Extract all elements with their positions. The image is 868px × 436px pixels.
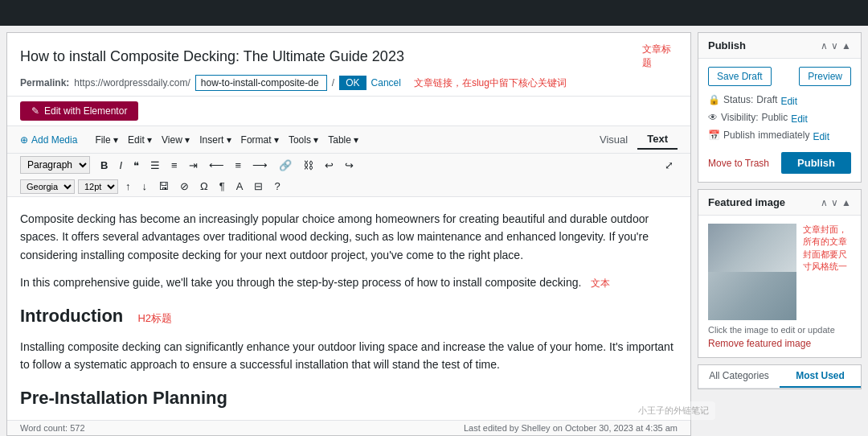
tab-text[interactable]: Text (637, 130, 678, 150)
permalink-row: Permalink: https://wordpressdaily.com/ /… (7, 70, 690, 97)
expand-button[interactable]: ⤢ (661, 158, 678, 173)
status-edit-link[interactable]: Edit (780, 96, 797, 107)
tab-visual[interactable]: Visual (590, 130, 637, 150)
content-p3: Installing composite decking can signifi… (20, 338, 678, 374)
tab-most-used[interactable]: Most Used (780, 365, 861, 388)
editor-tabs: Visual Text (590, 130, 678, 150)
editor-menu-row: ⊕ File ▾ Add Media File ▾ Edit ▾ View ▾ … (20, 133, 370, 147)
font-btn-1[interactable]: ↑ (121, 179, 135, 194)
last-edited: Last edited by Shelley on October 30, 20… (464, 423, 678, 433)
bold-button[interactable]: B (96, 158, 112, 173)
menu-edit[interactable]: Edit ▾ (123, 133, 157, 147)
move-trash-link[interactable]: Move to Trash (708, 158, 769, 169)
indent-button[interactable]: ⇥ (185, 158, 202, 173)
font-family-select[interactable]: Georgia (20, 179, 75, 194)
publish-button[interactable]: Publish (781, 152, 851, 174)
publish-collapse-down[interactable]: ∨ (831, 40, 838, 51)
featured-up[interactable]: ∧ (821, 197, 828, 208)
menu-table[interactable]: Table ▾ (323, 133, 363, 147)
featured-image-container[interactable] (708, 224, 796, 320)
ordered-list-button[interactable]: ≡ (167, 158, 182, 173)
status-icon: 🔒 (708, 94, 720, 105)
status-bar: Word count: 572 Last edited by Shelley o… (7, 420, 690, 435)
publish-panel-title: Publish (708, 39, 746, 51)
permalink-cancel-link[interactable]: Cancel (371, 77, 401, 88)
sidebar: Publish ∧ ∨ ▲ Save Draft Preview 🔒 (691, 26, 868, 436)
featured-image-annotation-wrapper: 文章封面，所有的文章封面都要尺寸风格统一 (708, 224, 851, 320)
heading-introduction: Introduction H2标题 (20, 302, 678, 330)
visibility-edit-link[interactable]: Edit (791, 113, 808, 125)
blockquote-button[interactable]: ❝ (129, 158, 143, 173)
save-draft-button[interactable]: Save Draft (708, 67, 772, 86)
featured-down[interactable]: ∨ (831, 197, 838, 208)
toolbar-top: ⊕ File ▾ Add Media File ▾ Edit ▾ View ▾ … (7, 126, 690, 154)
font-btn-7[interactable]: A (232, 179, 248, 194)
elementor-button[interactable]: ✎ Edit with Elementor (20, 101, 138, 121)
featured-image-panel: Featured image ∧ ∨ ▲ 文章封面，所有的文章封面都要尺寸风格统… (698, 189, 862, 358)
unordered-list-button[interactable]: ☰ (146, 158, 164, 173)
permalink-slug-input[interactable] (195, 75, 327, 91)
featured-image-header: Featured image ∧ ∨ ▲ (698, 190, 861, 216)
preview-button[interactable]: Preview (799, 67, 851, 86)
status-value: Draft (756, 94, 777, 105)
font-size-select[interactable]: 12pt (78, 179, 118, 194)
menu-format[interactable]: Format ▾ (236, 133, 284, 147)
paragraph-format-select[interactable]: Paragraph Heading 1 Heading 2 (20, 156, 90, 174)
content-p2: In this comprehensive guide, we'll take … (20, 274, 678, 291)
menu-file[interactable]: File ▾ (90, 133, 123, 147)
app-window: How to install Composite Decking: The Ul… (0, 0, 868, 436)
font-btn-3[interactable]: 🖫 (154, 179, 173, 194)
admin-top-bar (0, 0, 868, 26)
featured-image-caption: Click the image to edit or update (708, 325, 851, 335)
schedule-value: immediately (758, 130, 809, 141)
visibility-row: 👁 Visibility: Public Edit (708, 112, 851, 126)
tab-all-categories[interactable]: All Categories (698, 365, 780, 388)
editor-area: How to install Composite Decking: The Ul… (6, 32, 691, 436)
toolbar-menu: File ▾ Edit ▾ View ▾ Insert ▾ Format ▾ T… (90, 133, 363, 147)
publish-panel-body: Save Draft Preview 🔒 Status: Draft Edit … (698, 59, 861, 182)
publish-actions: Save Draft Preview (708, 67, 851, 86)
schedule-edit-link[interactable]: Edit (813, 131, 829, 142)
schedule-label: Publish (723, 130, 755, 141)
unlink-button[interactable]: ⛓ (299, 158, 317, 173)
visibility-label: Visibility: (721, 112, 758, 123)
align-left-button[interactable]: ⟵ (205, 158, 228, 173)
font-btn-8[interactable]: ⊟ (250, 179, 267, 194)
font-btn-2[interactable]: ↓ (138, 179, 152, 194)
publish-collapse-up[interactable]: ∧ (821, 40, 828, 51)
format-toolbar-row: Paragraph Heading 1 Heading 2 B I ❝ ☰ ≡ … (7, 154, 690, 176)
image-top-half (708, 224, 796, 272)
publish-close[interactable]: ▲ (841, 40, 851, 51)
add-media-btn[interactable]: ⊕ File ▾ Add Media (20, 134, 77, 146)
align-center-button[interactable]: ≡ (231, 158, 246, 173)
publish-panel-header: Publish ∧ ∨ ▲ (698, 33, 861, 59)
visibility-value: Public (761, 112, 788, 123)
italic-button[interactable]: I (115, 158, 126, 173)
remove-featured-link[interactable]: Remove featured image (708, 338, 851, 349)
font-btn-9[interactable]: ? (270, 179, 284, 194)
redo-button[interactable]: ↪ (341, 158, 358, 173)
main-layout: How to install Composite Decking: The Ul… (0, 26, 868, 436)
font-btn-5[interactable]: Ω (196, 179, 212, 194)
post-title[interactable]: How to install Composite Decking: The Ul… (20, 48, 626, 65)
font-btn-4[interactable]: ⊘ (176, 179, 193, 194)
menu-tools[interactable]: Tools ▾ (284, 133, 323, 147)
featured-close[interactable]: ▲ (841, 197, 851, 208)
align-right-button[interactable]: ⟶ (248, 158, 272, 173)
content-p1: Composite decking has become an increasi… (20, 210, 678, 264)
categories-panel: All Categories Most Used (698, 364, 862, 389)
font-btn-6[interactable]: ¶ (215, 179, 229, 194)
heading-pre-install: Pre-Installation Planning (20, 384, 678, 412)
menu-view[interactable]: View ▾ (157, 133, 194, 147)
content-area[interactable]: Composite decking has become an increasi… (7, 197, 690, 420)
publish-panel: Publish ∧ ∨ ▲ Save Draft Preview 🔒 (698, 32, 862, 183)
title-section: How to install Composite Decking: The Ul… (7, 33, 690, 70)
schedule-row: 📅 Publish immediately Edit (708, 130, 851, 144)
link-button[interactable]: 🔗 (275, 158, 296, 173)
permalink-ok-button[interactable]: OK (339, 76, 366, 90)
visibility-icon: 👁 (708, 112, 718, 123)
featured-image-annotation: 文章封面，所有的文章封面都要尺寸风格统一 (803, 224, 851, 274)
menu-insert[interactable]: Insert ▾ (194, 133, 235, 147)
undo-button[interactable]: ↩ (321, 158, 338, 173)
elementor-label: Edit with Elementor (44, 105, 127, 117)
